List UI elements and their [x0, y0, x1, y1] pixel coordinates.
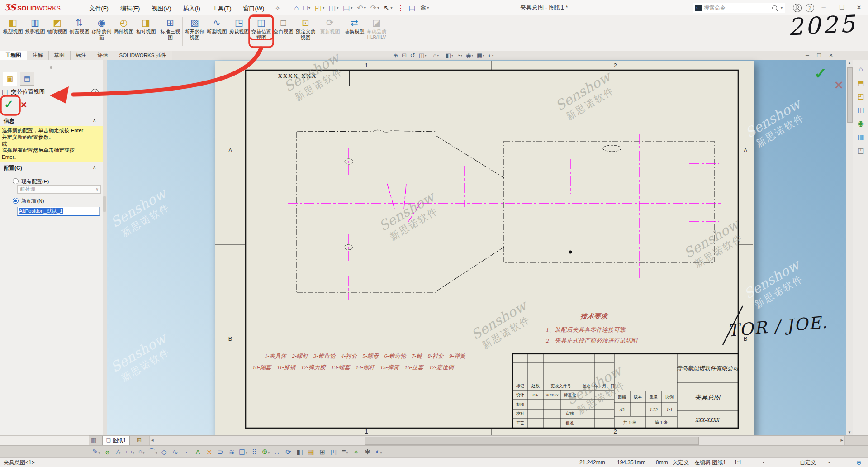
polygon-icon[interactable]: ◇: [158, 446, 170, 457]
quick-tips-globe-icon[interactable]: ⊕: [856, 458, 862, 467]
zoom-fit-icon[interactable]: ⊕: [391, 51, 400, 60]
target-icon[interactable]: ⌖: [351, 446, 362, 457]
rectangle-icon[interactable]: ▭▾: [124, 446, 136, 458]
user-account-icon[interactable]: [793, 4, 802, 12]
dropdown-caret-icon[interactable]: ▾: [364, 6, 366, 10]
display-style-icon[interactable]: ◧▾: [444, 51, 455, 60]
replace-model-button[interactable]: ⇄替换模型: [343, 16, 365, 35]
add-sheet-icon[interactable]: ⊞: [137, 437, 142, 443]
existing-configuration-dropdown[interactable]: 前处理 ∨: [17, 185, 101, 194]
file-explorer-icon[interactable]: ◰: [853, 92, 868, 100]
zoom-area-icon[interactable]: ⊡: [400, 51, 408, 60]
file-properties-icon[interactable]: ▤: [407, 0, 418, 15]
dropdown-caret-icon[interactable]: ▾: [351, 6, 352, 10]
home-icon[interactable]: ⌂: [292, 0, 301, 16]
dropdown-caret-icon[interactable]: ▾: [119, 451, 121, 454]
radio-selected-icon[interactable]: [13, 198, 19, 204]
dropdown-caret-icon[interactable]: ▾: [377, 6, 379, 10]
view-palette-icon[interactable]: ◫: [853, 105, 868, 114]
edit-appearance-icon[interactable]: ◉▾: [464, 51, 475, 60]
new-configuration-name-input[interactable]: AltPosition_默认_1: [17, 207, 100, 216]
scroll-left-icon[interactable]: ◂: [151, 437, 154, 443]
horizontal-scrollbar[interactable]: ◂ ▸: [149, 436, 845, 446]
design-library-icon[interactable]: ▤: [853, 78, 868, 87]
tab-注解[interactable]: 注解: [27, 51, 49, 60]
display-style-icon[interactable]: ◧: [294, 446, 305, 457]
scroll-right-icon[interactable]: ▸: [840, 437, 843, 443]
open-icon[interactable]: ◰▾: [313, 0, 327, 15]
pin-menu-icon[interactable]: ✧: [275, 5, 280, 12]
smart-dimension-icon[interactable]: ⌀: [102, 446, 113, 457]
layers-icon[interactable]: ≡▾: [339, 446, 351, 458]
horizontal-scroll-thumb[interactable]: [365, 437, 699, 445]
circle-icon[interactable]: ○▾: [136, 446, 147, 458]
scroll-down-icon[interactable]: ▼: [846, 430, 853, 434]
units-caret-icon[interactable]: ▴: [828, 458, 830, 467]
dropdown-caret-icon[interactable]: ▾: [337, 6, 338, 10]
configuration-section-header[interactable]: 配置(C): [4, 164, 22, 172]
crop-icon[interactable]: ◳: [328, 446, 339, 457]
contrast-icon[interactable]: ◐▾: [373, 446, 384, 458]
model-view-button[interactable]: ◧模型视图: [2, 16, 24, 35]
dropdown-caret-icon[interactable]: ▾: [492, 54, 494, 57]
splitter-grab-handle[interactable]: [103, 196, 106, 212]
dropdown-caret-icon[interactable]: ▾: [99, 451, 100, 454]
new-configuration-radio[interactable]: 新配置(N): [13, 198, 44, 205]
previous-view-icon[interactable]: ↺: [408, 51, 417, 60]
search-caret-icon[interactable]: ▾: [781, 6, 783, 10]
print-icon[interactable]: ▤▾: [341, 0, 355, 15]
dropdown-caret-icon[interactable]: ▾: [427, 6, 429, 10]
predefined-view-button[interactable]: ⊡预定义的视图: [294, 16, 317, 40]
cancel-button[interactable]: ✕: [20, 100, 27, 110]
line-icon[interactable]: ∕▾: [113, 446, 124, 458]
new-document-icon[interactable]: □▾: [301, 0, 313, 16]
rebuild-traffic-light-icon[interactable]: ⋮: [395, 0, 407, 15]
drawing-sheet[interactable]: [215, 61, 754, 436]
info-section-header[interactable]: 信息: [4, 117, 14, 125]
menu-item-1[interactable]: 编辑(E): [114, 1, 146, 16]
tab-评估[interactable]: 评估: [92, 51, 114, 60]
configuration-collapse-icon[interactable]: ∧: [93, 165, 96, 170]
tab-草图[interactable]: 草图: [49, 51, 71, 60]
mirror-icon[interactable]: ◫▾: [237, 446, 249, 458]
vertical-scroll-thumb[interactable]: [847, 67, 853, 123]
settings-icon[interactable]: ✻: [362, 446, 373, 457]
dropdown-caret-icon[interactable]: ▾: [461, 54, 463, 57]
spline-icon[interactable]: ∿: [170, 446, 181, 457]
tab-SOLIDWORKS 插件[interactable]: SOLIDWORKS 插件: [114, 51, 172, 60]
grid-icon[interactable]: ⊞: [317, 446, 328, 457]
dropdown-caret-icon[interactable]: ▾: [451, 54, 453, 57]
offset-entities-icon[interactable]: ≋: [226, 446, 237, 457]
dropdown-caret-icon[interactable]: ▾: [246, 451, 247, 454]
sheet-tab-active[interactable]: ❏ 图纸1: [102, 436, 130, 445]
confirmation-ok-icon[interactable]: ✓: [814, 64, 827, 82]
removed-section-button[interactable]: ◉移除的剖面: [90, 16, 113, 40]
panel-splitter[interactable]: [103, 60, 107, 435]
dropdown-caret-icon[interactable]: ▾: [425, 54, 427, 57]
vertical-scrollbar[interactable]: ▲ ▼: [846, 60, 853, 435]
break-view-button[interactable]: ∿断裂视图: [206, 16, 228, 35]
move-entities-icon[interactable]: ⊕▾: [260, 446, 271, 458]
forum-icon[interactable]: ◳: [853, 146, 868, 155]
ok-button[interactable]: ✓: [4, 98, 14, 111]
hide-show-items-icon[interactable]: ◔▾: [455, 51, 464, 60]
dropdown-caret-icon[interactable]: ▾: [308, 6, 310, 10]
arc-icon[interactable]: ⌒▾: [147, 446, 158, 458]
dropdown-caret-icon[interactable]: ▾: [156, 451, 157, 454]
point-icon[interactable]: ∙: [181, 446, 192, 457]
property-manager-tab[interactable]: ▣: [3, 72, 17, 86]
document-restore-icon[interactable]: ❐: [813, 51, 825, 60]
convert-entities-icon[interactable]: ⊃: [215, 446, 226, 457]
configuration-manager-tab[interactable]: ▤: [20, 72, 34, 86]
appearances-icon[interactable]: ◉: [853, 119, 868, 128]
dropdown-caret-icon[interactable]: ▾: [268, 451, 270, 454]
panel-splitter-dot[interactable]: [50, 66, 52, 69]
menu-item-3[interactable]: 插入(I): [177, 1, 206, 16]
linear-pattern-icon[interactable]: ⠿: [249, 446, 260, 457]
view-orientation-icon[interactable]: ⌂▾: [432, 51, 441, 60]
sketch-icon[interactable]: ✎▾: [90, 446, 102, 458]
dropdown-caret-icon[interactable]: ▾: [391, 6, 393, 10]
auxiliary-view-button[interactable]: ◩辅助视图: [46, 16, 68, 35]
undo-icon[interactable]: ↶▾: [355, 0, 368, 15]
broken-out-section-button[interactable]: ▧断开的剖视图: [184, 16, 206, 40]
